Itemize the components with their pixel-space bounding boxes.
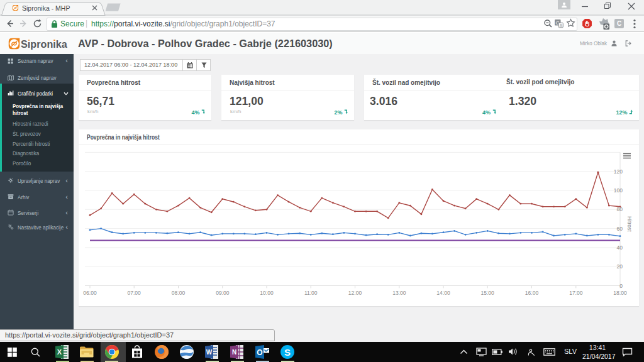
svg-text:14:00: 14:00 <box>436 290 450 296</box>
svg-text:18:00: 18:00 <box>613 290 627 296</box>
svg-text:16:00: 16:00 <box>525 290 539 296</box>
svg-text:12:00: 12:00 <box>348 290 362 296</box>
svg-text:S: S <box>284 347 291 358</box>
svg-text:W: W <box>206 349 213 356</box>
svg-text:40: 40 <box>617 244 623 251</box>
svg-text:100: 100 <box>614 187 623 194</box>
svg-text:07:00: 07:00 <box>128 290 142 296</box>
svg-text:A: A <box>560 23 563 28</box>
svg-text:20: 20 <box>617 263 623 270</box>
svg-text:Hitrost: Hitrost <box>626 216 633 232</box>
svg-text:60: 60 <box>617 226 623 232</box>
svg-text:09:00: 09:00 <box>216 290 230 296</box>
svg-text:11:00: 11:00 <box>304 290 318 296</box>
svg-text:15:00: 15:00 <box>481 290 495 296</box>
svg-text:17:00: 17:00 <box>569 290 583 296</box>
svg-text:X: X <box>57 348 62 356</box>
svg-text:0: 0 <box>619 283 623 289</box>
svg-text:13:00: 13:00 <box>392 290 406 296</box>
svg-text:120: 120 <box>614 168 623 175</box>
svg-text:10:00: 10:00 <box>260 290 274 296</box>
svg-text:06:00: 06:00 <box>83 290 97 296</box>
svg-text:O: O <box>257 348 262 357</box>
svg-text:N: N <box>232 349 236 356</box>
svg-text:08:00: 08:00 <box>172 290 186 296</box>
